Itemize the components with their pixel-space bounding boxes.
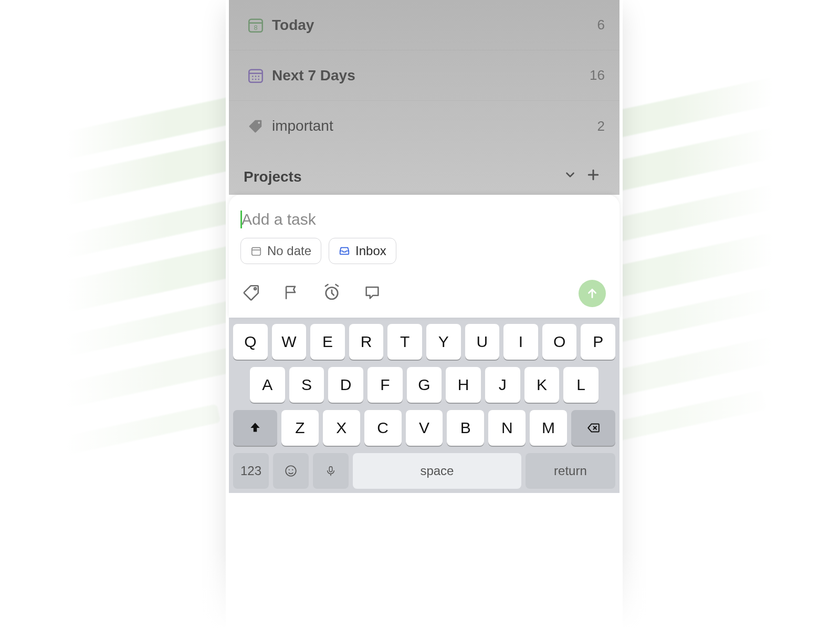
destination-list-chip-label: Inbox — [355, 244, 386, 258]
numeric-keyboard-key[interactable]: 123 — [233, 453, 269, 489]
phone-frame: 8 Today 6 Next 7 Days 16 — [229, 0, 620, 630]
key-c[interactable]: C — [364, 410, 402, 446]
list-item-today[interactable]: 8 Today 6 — [229, 0, 620, 50]
list-item-count: 2 — [597, 118, 605, 134]
task-title-input[interactable]: Add a task — [240, 208, 608, 238]
key-h[interactable]: H — [446, 367, 481, 403]
destination-list-chip[interactable]: Inbox — [329, 238, 396, 264]
svg-rect-14 — [252, 248, 261, 256]
key-j[interactable]: J — [485, 367, 520, 403]
tag-button[interactable] — [243, 284, 260, 303]
svg-point-8 — [252, 78, 254, 80]
key-o[interactable]: O — [542, 324, 577, 360]
key-a[interactable]: A — [250, 367, 285, 403]
key-l[interactable]: L — [563, 367, 598, 403]
svg-point-23 — [292, 469, 293, 470]
section-header-label: Projects — [244, 169, 559, 185]
key-s[interactable]: S — [289, 367, 324, 403]
key-n[interactable]: N — [488, 410, 526, 446]
key-v[interactable]: V — [406, 410, 443, 446]
decorative-brush — [63, 404, 221, 455]
svg-point-10 — [258, 78, 259, 80]
key-w[interactable]: W — [272, 324, 307, 360]
key-m[interactable]: M — [530, 410, 567, 446]
svg-point-21 — [286, 466, 296, 476]
key-x[interactable]: X — [323, 410, 360, 446]
section-header-projects[interactable]: Projects — [229, 151, 620, 195]
key-i[interactable]: I — [503, 324, 538, 360]
quick-add-task-sheet: Add a task No date Inbox — [229, 195, 620, 318]
svg-point-7 — [258, 76, 259, 77]
task-title-placeholder: Add a task — [242, 211, 316, 228]
list-item-label: important — [268, 118, 597, 134]
svg-point-9 — [255, 78, 257, 80]
list-item-count: 6 — [597, 17, 605, 33]
key-f[interactable]: F — [368, 367, 403, 403]
calendar-today-icon: 8 — [244, 16, 268, 34]
calendar-week-icon — [244, 67, 268, 85]
ios-keyboard: QWERTYUIOP ASDFGHJKL ZXCVBNM 123 space r… — [229, 318, 620, 493]
backspace-key[interactable] — [571, 410, 615, 446]
due-date-chip-label: No date — [267, 244, 311, 258]
key-d[interactable]: D — [328, 367, 363, 403]
submit-task-button[interactable] — [579, 280, 606, 307]
return-key[interactable]: return — [526, 453, 615, 489]
inbox-icon — [339, 245, 350, 257]
list-item-label: Today — [268, 17, 597, 34]
key-b[interactable]: B — [447, 410, 484, 446]
svg-point-16 — [254, 288, 256, 290]
space-key[interactable]: space — [353, 453, 521, 489]
shift-key[interactable] — [233, 410, 277, 446]
svg-point-5 — [252, 76, 254, 77]
text-cursor — [240, 211, 242, 228]
list-item-label: Next 7 Days — [268, 67, 590, 84]
svg-rect-24 — [329, 467, 332, 472]
key-z[interactable]: Z — [281, 410, 319, 446]
key-e[interactable]: E — [310, 324, 345, 360]
list-item-count: 16 — [590, 67, 605, 83]
svg-point-22 — [289, 469, 290, 470]
chevron-down-icon[interactable] — [559, 168, 582, 185]
priority-flag-button[interactable] — [282, 284, 300, 303]
key-p[interactable]: P — [581, 324, 615, 360]
svg-text:8: 8 — [254, 23, 257, 31]
emoji-keyboard-key[interactable] — [273, 453, 309, 489]
key-q[interactable]: Q — [233, 324, 268, 360]
reminder-alarm-button[interactable] — [322, 283, 341, 304]
calendar-icon — [250, 245, 262, 257]
key-r[interactable]: R — [349, 324, 384, 360]
key-k[interactable]: K — [524, 367, 560, 403]
svg-point-11 — [258, 122, 260, 124]
key-t[interactable]: T — [387, 324, 422, 360]
list-item-tag-important[interactable]: important 2 — [229, 101, 620, 151]
key-g[interactable]: G — [407, 367, 442, 403]
add-project-button[interactable] — [582, 167, 605, 186]
svg-point-6 — [255, 76, 257, 77]
tag-icon — [244, 118, 268, 134]
key-u[interactable]: U — [465, 324, 500, 360]
due-date-chip[interactable]: No date — [240, 238, 321, 264]
list-item-next7days[interactable]: Next 7 Days 16 — [229, 50, 620, 101]
comment-button[interactable] — [363, 284, 381, 303]
smart-lists: 8 Today 6 Next 7 Days 16 — [229, 0, 620, 195]
key-y[interactable]: Y — [426, 324, 461, 360]
dictation-key[interactable] — [313, 453, 349, 489]
